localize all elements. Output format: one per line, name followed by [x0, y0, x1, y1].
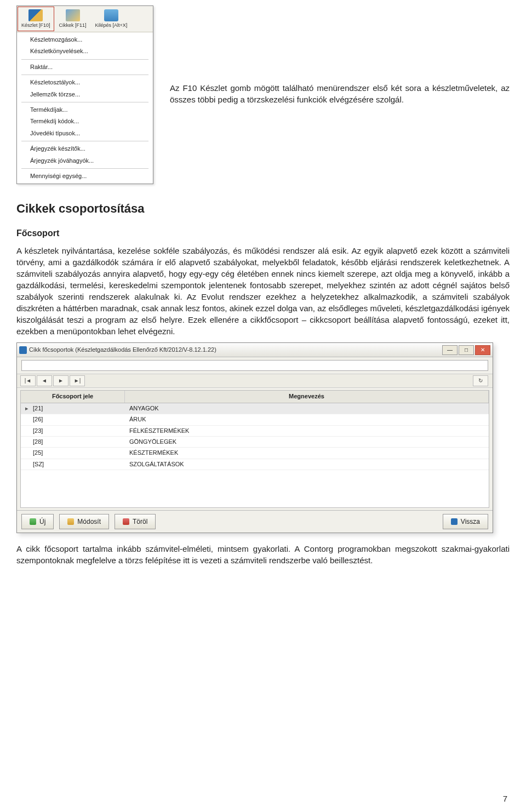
menu-item[interactable]: Árjegyzék jóváhagyók...: [17, 155, 153, 167]
nav-prev-button[interactable]: ◄: [37, 375, 52, 386]
cell-name: KÉSZTERMÉKEK: [125, 448, 489, 458]
focsoport-table: Főcsoport jele Megnevezés ▸[21]ANYAGOK[2…: [20, 390, 489, 508]
cell-name: ÁRUK: [125, 414, 489, 425]
cell-code: [26]: [21, 414, 125, 425]
th-focsoport-jele[interactable]: Főcsoport jele: [21, 391, 125, 402]
menu-item[interactable]: Jövedéki típusok...: [17, 128, 153, 139]
toolbar-menu-screenshot: Készlet [F10] Cikkek [F11] Kilépés [Alt+…: [16, 5, 153, 184]
menu-item[interactable]: Mennyiségi egység...: [17, 170, 153, 182]
cell-name: ANYAGOK: [125, 403, 489, 414]
body-paragraph-1: A készletek nyilvántartása, kezelése sok…: [16, 245, 510, 337]
keszlet-icon: [28, 9, 43, 21]
main-toolbar: Készlet [F10] Cikkek [F11] Kilépés [Alt+…: [17, 6, 153, 32]
menu-separator: [21, 141, 148, 141]
menu-separator: [21, 75, 148, 75]
kilepes-icon: [104, 9, 118, 21]
table-row[interactable]: [SZ]SZOLGÁLTATÁSOK: [21, 459, 489, 470]
delete-button[interactable]: Töröl: [115, 514, 156, 529]
table-row[interactable]: [26]ÁRUK: [21, 414, 489, 425]
back-arrow-icon: [451, 518, 458, 525]
cikkek-button[interactable]: Cikkek [F11]: [55, 7, 90, 31]
modify-button[interactable]: Módosít: [59, 514, 109, 529]
menu-item[interactable]: Termékdíjak...: [17, 104, 153, 116]
cikkek-icon: [66, 9, 80, 21]
kilepes-button[interactable]: Kilépés [Alt+X]: [92, 7, 132, 31]
nav-first-button[interactable]: |◄: [20, 375, 36, 386]
kilepes-label: Kilépés [Alt+X]: [95, 22, 128, 29]
menu-item[interactable]: Raktár...: [17, 61, 153, 73]
keszlet-label: Készlet [F10]: [21, 22, 50, 29]
top-caption: Az F10 Készlet gomb mögött található men…: [170, 5, 510, 105]
table-row[interactable]: [25]KÉSZTERMÉKEK: [21, 448, 489, 459]
heading-focsoport: Főcsoport: [16, 227, 510, 239]
th-megnevezes[interactable]: Megnevezés: [125, 391, 489, 402]
page-number: 7: [503, 793, 507, 804]
cell-code: [28]: [21, 437, 125, 447]
cell-code: [SZ]: [21, 459, 125, 470]
cell-name: GÖNGYÖLEGEK: [125, 437, 489, 447]
cell-code: ▸[21]: [21, 403, 125, 414]
menu-separator: [21, 59, 148, 60]
cell-code: [23]: [21, 426, 125, 436]
plus-icon: [30, 518, 36, 525]
nav-last-button[interactable]: ►|: [70, 375, 85, 386]
table-row[interactable]: ▸[21]ANYAGOK: [21, 403, 489, 414]
menu-separator: [21, 102, 148, 102]
menu-item[interactable]: Készletkönyvelések...: [17, 45, 153, 57]
table-row[interactable]: [28]GÖNGYÖLEGEK: [21, 437, 489, 448]
menu-item[interactable]: Jellemzők törzse...: [17, 89, 153, 100]
menu-item[interactable]: Készletmozgások...: [17, 34, 153, 45]
cell-code: [25]: [21, 448, 125, 458]
maximize-button[interactable]: □: [459, 345, 474, 355]
trash-icon: [123, 518, 129, 525]
dialog-icon: [19, 346, 27, 354]
menu-item[interactable]: Termékdíj kódok...: [17, 116, 153, 127]
dialog-title: Cikk főcsoportok (Készletgazdálkodás Ell…: [29, 346, 216, 354]
back-button[interactable]: Vissza: [443, 514, 488, 529]
cikkek-label: Cikkek [F11]: [59, 22, 87, 29]
menu-separator: [21, 168, 148, 169]
new-button[interactable]: Új: [21, 514, 54, 529]
keszlet-button[interactable]: Készlet [F10]: [18, 7, 54, 31]
close-button[interactable]: ✕: [475, 345, 490, 355]
nav-refresh-button[interactable]: ↻: [473, 375, 488, 386]
dropdown-menu: Készletmozgások...Készletkönyvelések...R…: [17, 32, 153, 184]
cell-name: SZOLGÁLTATÁSOK: [125, 459, 489, 470]
heading-cikkek-csoportositasa: Cikkek csoportosítása: [16, 201, 510, 218]
search-input[interactable]: [21, 360, 488, 371]
pencil-icon: [67, 518, 74, 525]
menu-item[interactable]: Készletosztályok...: [17, 77, 153, 88]
body-paragraph-2: A cikk főcsoport tartalma inkább számvit…: [16, 543, 510, 566]
nav-next-button[interactable]: ►: [53, 375, 68, 386]
table-row[interactable]: [23]FÉLKÉSZTERMÉKEK: [21, 426, 489, 437]
minimize-button[interactable]: —: [442, 345, 458, 355]
menu-item[interactable]: Árjegyzék készítők...: [17, 143, 153, 155]
record-navbar: |◄ ◄ ► ►| ↻: [17, 374, 493, 388]
focsoport-dialog: Cikk főcsoportok (Készletgazdálkodás Ell…: [16, 342, 493, 533]
cell-name: FÉLKÉSZTERMÉKEK: [125, 426, 489, 436]
dialog-titlebar: Cikk főcsoportok (Készletgazdálkodás Ell…: [17, 343, 493, 357]
